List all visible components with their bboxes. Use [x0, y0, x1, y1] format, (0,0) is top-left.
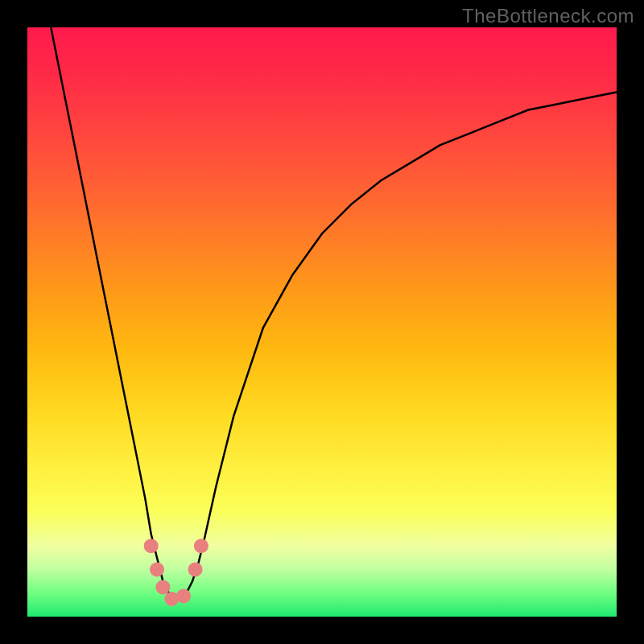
curve-marker [155, 580, 170, 594]
chart-frame: TheBottleneck.com [0, 0, 644, 644]
curve-marker [176, 588, 191, 603]
curve-marker [150, 562, 164, 576]
curve-marker [194, 539, 208, 553]
curve-marker [144, 539, 159, 553]
watermark-text: TheBottleneck.com [462, 5, 634, 27]
curve-marker [188, 562, 203, 576]
curve-markers [144, 539, 208, 606]
plot-area [27, 27, 617, 617]
bottleneck-curve [51, 27, 617, 599]
curve-layer [27, 27, 617, 617]
